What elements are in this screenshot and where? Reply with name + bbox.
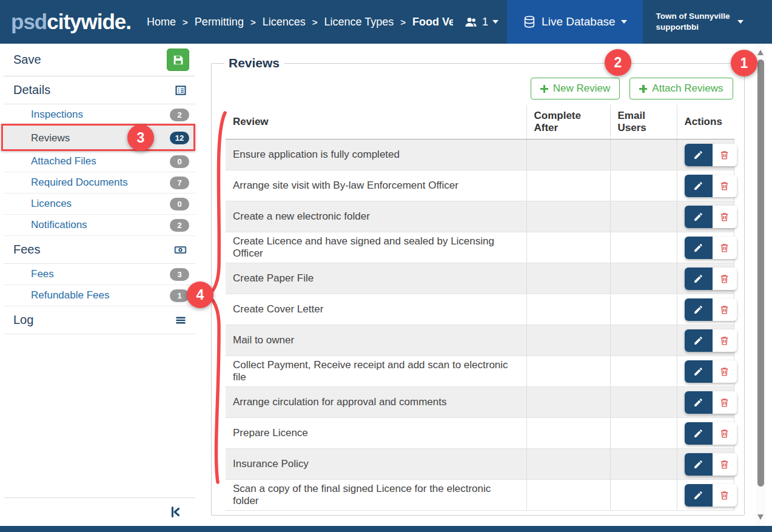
edit-review-button[interactable] (685, 175, 713, 197)
section-label: Details (13, 83, 50, 97)
edit-review-button[interactable] (685, 422, 713, 445)
scroll-up-arrow-icon[interactable] (757, 50, 764, 55)
edit-review-button[interactable] (685, 237, 713, 259)
actions-cell (677, 480, 734, 511)
email-users-cell (610, 294, 677, 325)
complete-after-cell (526, 294, 610, 325)
account-menu[interactable]: Town of Sunnyville supportbbi (646, 11, 753, 33)
breadcrumb-permitting[interactable]: Permitting (195, 16, 244, 29)
edit-review-button[interactable] (685, 206, 713, 228)
list-alt-icon (175, 84, 187, 96)
review-cell: Create Licence and have signed and seale… (226, 232, 526, 263)
actions-cell (677, 325, 734, 356)
delete-review-button[interactable] (713, 237, 737, 259)
edit-review-button[interactable] (685, 453, 713, 476)
delete-review-button[interactable] (713, 298, 737, 321)
count-badge: 2 (170, 109, 189, 121)
email-users-cell (610, 170, 677, 201)
sidebar-item-refundable-fees[interactable]: Refundable Fees 1 (4, 285, 195, 306)
table-row: Prepare Licence (226, 418, 734, 449)
new-review-button[interactable]: New Review (531, 78, 620, 99)
breadcrumb-licences[interactable]: Licences (263, 16, 306, 29)
pencil-icon (693, 459, 703, 470)
sidebar-item-notifications[interactable]: Notifications 2 (4, 215, 195, 236)
sidebar-item-inspections[interactable]: Inspections 2 (4, 104, 195, 126)
edit-review-button[interactable] (685, 329, 713, 352)
sidebar-item-required-documents[interactable]: Required Documents 7 (4, 172, 195, 194)
live-database-menu[interactable]: Live Database (507, 0, 642, 44)
delete-review-button[interactable] (713, 206, 737, 228)
edit-review-button[interactable] (685, 360, 713, 383)
sidebar-item-fees[interactable]: Fees 3 (4, 264, 195, 285)
review-cell: Prepare Licence (226, 418, 526, 449)
delete-review-button[interactable] (713, 484, 737, 507)
count-badge: 0 (170, 198, 189, 210)
sidebar-item-licences[interactable]: Licences 0 (4, 194, 195, 215)
breadcrumb-food-vehicle: Food Vehicle (412, 16, 453, 29)
chevron-down-icon (737, 20, 743, 24)
logged-in-users-menu[interactable]: 1 (464, 15, 498, 29)
breadcrumb-separator: > (250, 17, 256, 27)
scroll-down-arrow-icon[interactable] (757, 514, 764, 520)
window-border-bottom (0, 526, 772, 532)
email-users-cell (610, 418, 677, 449)
delete-review-button[interactable] (713, 268, 737, 290)
delete-review-button[interactable] (713, 175, 737, 197)
trash-icon (719, 428, 730, 439)
floppy-disk-icon (172, 53, 185, 67)
actions-cell (677, 387, 734, 418)
scrollbar-thumb[interactable] (757, 59, 764, 487)
delete-review-button[interactable] (713, 329, 737, 352)
email-users-cell (610, 449, 677, 480)
actions-cell (677, 449, 734, 480)
delete-review-button[interactable] (713, 422, 737, 445)
breadcrumb-home[interactable]: Home (147, 16, 176, 29)
review-cell: Scan a copy of the final signed Licence … (226, 480, 526, 511)
account-user: supportbbi (656, 22, 730, 33)
review-cell: Ensure application is fully completed (226, 140, 526, 170)
delete-review-button[interactable] (713, 453, 737, 476)
breadcrumb-licence-types[interactable]: Licence Types (324, 16, 394, 29)
sidebar-section-details[interactable]: Details (4, 76, 195, 104)
complete-after-cell (526, 325, 610, 356)
sidebar-item-reviews[interactable]: Reviews 12 (4, 126, 195, 151)
review-cell: Arrange circulation for approval and com… (226, 387, 526, 418)
logo-prefix: psd (11, 10, 47, 33)
review-cell: Collect Payment, Receive receipt and add… (226, 356, 526, 387)
actions-cell (677, 263, 734, 294)
table-row: Create Licence and have signed and seale… (226, 232, 734, 263)
edit-review-button[interactable] (685, 298, 713, 321)
delete-review-button[interactable] (713, 144, 737, 166)
vertical-scrollbar[interactable] (756, 44, 766, 526)
sidebar-section-log[interactable]: Log (4, 306, 195, 334)
trash-icon (719, 490, 730, 500)
column-email-users: Email Users (610, 105, 677, 140)
column-complete-after: Complete After (526, 105, 610, 140)
trash-icon (719, 150, 730, 160)
count-badge: 7 (170, 177, 189, 189)
delete-review-button[interactable] (713, 391, 737, 414)
email-users-cell (610, 140, 677, 170)
edit-review-button[interactable] (685, 391, 713, 414)
email-users-cell (610, 325, 677, 356)
complete-after-cell (526, 170, 610, 201)
delete-review-button[interactable] (713, 360, 737, 383)
sidebar-item-attached-files[interactable]: Attached Files 0 (4, 151, 195, 172)
table-row: Create Cover Letter (226, 294, 734, 325)
save-button[interactable] (167, 49, 189, 71)
chevron-down-icon (492, 20, 498, 24)
edit-review-button[interactable] (685, 268, 713, 290)
actions-cell (677, 201, 734, 232)
pencil-icon (693, 305, 703, 315)
sidebar-section-fees[interactable]: Fees (4, 236, 195, 264)
edit-review-button[interactable] (685, 484, 713, 507)
breadcrumb-separator: > (400, 17, 406, 27)
actions-cell (677, 232, 734, 263)
collapse-sidebar-button[interactable] (169, 505, 182, 519)
count-badge: 0 (170, 155, 189, 168)
reviews-toolbar: New Review Attach Reviews (221, 78, 733, 99)
trash-icon (719, 366, 730, 377)
breadcrumb-separator: > (312, 17, 318, 27)
edit-review-button[interactable] (685, 144, 713, 166)
attach-reviews-button[interactable]: Attach Reviews (629, 78, 733, 99)
